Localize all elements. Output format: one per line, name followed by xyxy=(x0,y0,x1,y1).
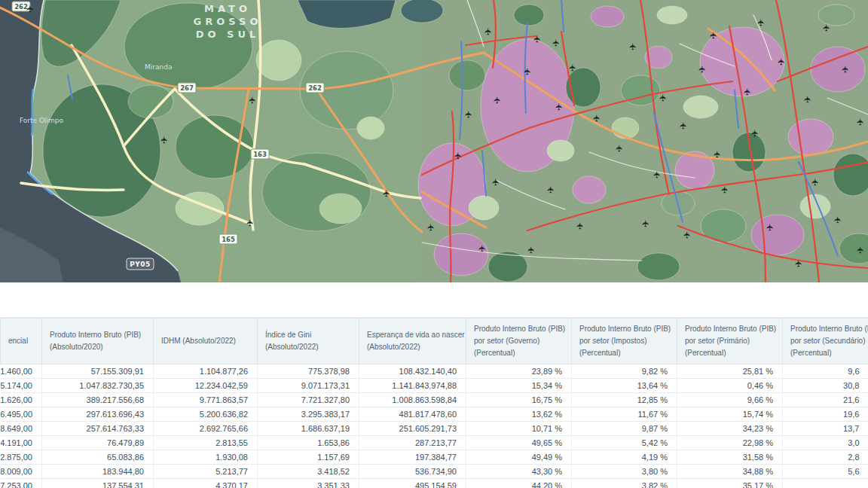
table-cell: 1.511.460,00 xyxy=(1,364,42,379)
airport-icon: ✈ xyxy=(658,94,668,102)
table-cell: 2.875,00 xyxy=(1,450,42,465)
table-cell: 183.944,80 xyxy=(42,465,154,479)
airport-icon: ✈ xyxy=(712,151,723,158)
airport-icon: ✈ xyxy=(756,19,766,26)
data-table-container[interactable]: encialProduto Interno Bruto (PIB)(Absolu… xyxy=(0,317,868,488)
place-label: Forte Olimpo xyxy=(20,117,64,124)
table-cell: 257.614.763,33 xyxy=(42,422,154,436)
table-cell: 49,49 % xyxy=(466,450,572,465)
table-cell: 297.613.696,43 xyxy=(42,407,154,422)
table-cell: 9.771.863,57 xyxy=(154,393,258,407)
map-table-divider xyxy=(0,282,868,317)
table-cell: 34,88 % xyxy=(677,465,783,479)
airport-icon: ✈ xyxy=(453,152,463,160)
table-cell: 5,6 xyxy=(783,465,868,479)
shield-label: 262 xyxy=(308,84,322,92)
table-cell: 12.234.042,59 xyxy=(154,379,258,393)
table-cell: 3.295.383,17 xyxy=(258,407,359,422)
column-header[interactable]: IDHM (Absoluto/2022) xyxy=(154,319,258,364)
table-cell: 16,75 % xyxy=(466,393,572,407)
table-cell: 1.047.832.730,35 xyxy=(42,379,154,393)
table-cell: 4.191,00 xyxy=(1,436,42,450)
table-cell: 0,46 % xyxy=(677,379,783,393)
table-cell: 251.605.291,73 xyxy=(359,422,466,436)
shield-label: 267 xyxy=(180,84,194,92)
column-header[interactable]: encial xyxy=(1,319,42,364)
table-row[interactable]: 2.875,0065.083,861.930,081.157,69197.384… xyxy=(1,450,868,465)
shield-label: PY05 xyxy=(130,261,151,268)
airport-icon: ✈ xyxy=(614,145,625,152)
road-shield: 165 xyxy=(219,234,237,244)
table-cell: 1.104.877,26 xyxy=(154,364,258,379)
airport-icon: ✈ xyxy=(532,35,542,43)
column-header[interactable]: Produto Interno Bruto (PIB)(Absoluto/202… xyxy=(42,319,154,364)
table-cell: 4,19 % xyxy=(572,450,677,465)
table-cell: 389.217.556,68 xyxy=(42,393,154,407)
table-row[interactable]: 14.141.626,00389.217.556,689.771.863,577… xyxy=(1,393,868,407)
table-cell: 12,85 % xyxy=(572,393,677,407)
airport-icon: ✈ xyxy=(463,111,474,118)
table-cell: 65.083,86 xyxy=(42,450,154,465)
column-header[interactable]: Índice de Gini(Absoluto/2022) xyxy=(258,319,359,364)
table-row[interactable]: 7.056.495,00297.613.696,435.200.636,823.… xyxy=(1,407,868,422)
airport-icon: ✈ xyxy=(567,64,578,72)
table-cell: 44,20 % xyxy=(466,479,572,488)
airport-icon: ✈ xyxy=(708,32,719,39)
table-cell: 5,42 % xyxy=(572,436,677,450)
table-row[interactable]: 7.253,00137.554,314.370,173.351,33495.15… xyxy=(1,479,868,488)
road-shield: 262 xyxy=(306,83,324,93)
table-cell: 197.384,77 xyxy=(359,450,466,465)
table-cell: 31,58 % xyxy=(677,450,783,465)
table-cell: 9,6 xyxy=(783,364,868,379)
airport-icon: ✈ xyxy=(855,118,866,126)
column-header[interactable]: Produto Interno Bruto (PIB)por setor (Im… xyxy=(572,319,677,364)
table-cell: 15,74 % xyxy=(677,407,783,422)
table-head-row: encialProduto Interno Bruto (PIB)(Absolu… xyxy=(1,319,868,364)
column-header[interactable]: Esperança de vida ao nascer(Absoluto/202… xyxy=(359,319,466,364)
table-row[interactable]: 4.191,0076.479,892.813,551.653,86287.213… xyxy=(1,436,868,450)
airport-icon: ✈ xyxy=(25,5,35,13)
data-table: encialProduto Interno Bruto (PIB)(Absolu… xyxy=(0,318,868,488)
airport-icon: ✈ xyxy=(492,96,503,104)
airport-icon: ✈ xyxy=(381,190,392,197)
airport-icon: ✈ xyxy=(678,122,689,130)
table-row[interactable]: 3.658.649,00257.614.763,332.692.765,661.… xyxy=(1,422,868,436)
airport-icon: ✈ xyxy=(477,245,487,252)
table-cell: 1.008.863.598,84 xyxy=(359,393,466,407)
airport-icon: ✈ xyxy=(855,246,866,254)
place-label: Miranda xyxy=(145,63,172,71)
table-cell: 495.154,59 xyxy=(359,479,466,488)
table-cell: 16.055.174,00 xyxy=(1,379,42,393)
table-row[interactable]: 8.009,00183.944,805.213,773.418,52536.73… xyxy=(1,465,868,479)
road-shield: 163 xyxy=(251,149,269,159)
airport-icon: ✈ xyxy=(575,222,585,230)
table-body: 1.511.460,0057.155.309,911.104.877,26775… xyxy=(1,364,868,488)
table-cell: 7.253,00 xyxy=(1,479,42,488)
airport-icon: ✈ xyxy=(742,88,753,96)
table-cell: 25,81 % xyxy=(677,364,783,379)
column-header[interactable]: Produto Interno Bruto (PIB)por setor (Se… xyxy=(783,319,868,364)
table-cell: 13,62 % xyxy=(466,407,572,422)
table-row[interactable]: 16.055.174,001.047.832.730,3512.234.042,… xyxy=(1,379,868,393)
table-cell: 15,34 % xyxy=(466,379,572,393)
map[interactable]: 262 267 262 163 165 PY05 ✈✈✈✈✈✈✈✈✈✈✈✈✈✈✈… xyxy=(0,0,868,282)
airport-icon: ✈ xyxy=(750,130,760,137)
airport-icon: ✈ xyxy=(628,43,638,50)
table-cell: 11,67 % xyxy=(572,407,677,422)
table-cell: 137.554,31 xyxy=(42,479,154,488)
column-header[interactable]: Produto Interno Bruto (PIB)por setor (Go… xyxy=(466,319,572,364)
table-cell: 287.213,77 xyxy=(359,436,466,450)
table-cell: 43,30 % xyxy=(466,465,572,479)
table-row[interactable]: 1.511.460,0057.155.309,911.104.877,26775… xyxy=(1,364,868,379)
table-cell: 76.479,89 xyxy=(42,436,154,450)
column-header[interactable]: Produto Interno Bruto (PIB)por setor (Pr… xyxy=(677,319,783,364)
airport-icon: ✈ xyxy=(802,96,813,103)
airport-icon: ✈ xyxy=(526,246,536,254)
table-cell: 5.213,77 xyxy=(154,465,258,479)
shield-label: 163 xyxy=(253,151,267,158)
table-cell: 57.155.309,91 xyxy=(42,364,154,379)
table-cell: 2.813,55 xyxy=(154,436,258,450)
airport-icon: ✈ xyxy=(546,186,556,194)
table-cell: 9,82 % xyxy=(572,364,677,379)
table-cell xyxy=(783,479,868,488)
